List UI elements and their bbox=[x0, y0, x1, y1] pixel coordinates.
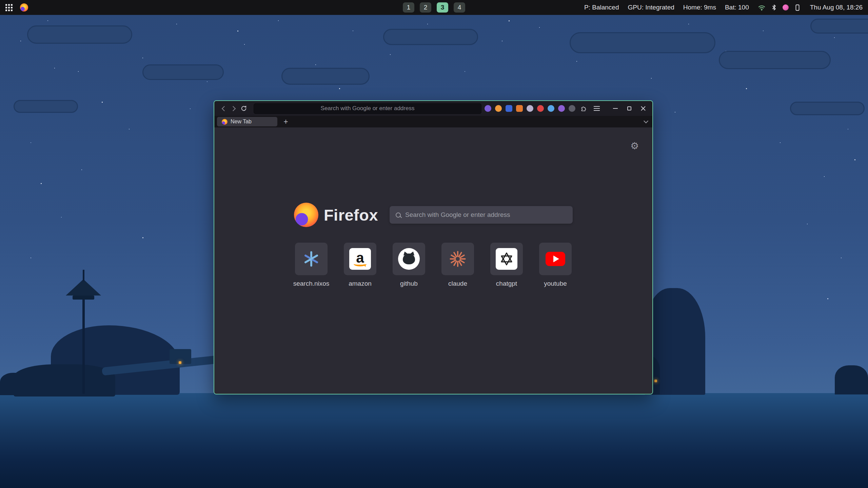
extension-icon-2[interactable] bbox=[495, 105, 502, 112]
extensions-puzzle-icon[interactable] bbox=[579, 104, 588, 113]
shortcut-youtube[interactable]: youtube bbox=[539, 243, 572, 287]
firefox-logo bbox=[294, 203, 318, 227]
extension-icon-9[interactable] bbox=[569, 105, 575, 112]
shortcut-tiles: search.nixos amazon github bbox=[295, 243, 572, 287]
browser-toolbar bbox=[214, 101, 652, 116]
workspace-switcher: 1 2 3 4 bbox=[403, 0, 465, 15]
workspace-2[interactable]: 2 bbox=[420, 2, 431, 13]
github-icon bbox=[398, 248, 420, 270]
extension-icon-5[interactable] bbox=[527, 105, 533, 112]
extension-icon-6[interactable] bbox=[537, 105, 544, 112]
extension-icon-1[interactable] bbox=[485, 105, 491, 112]
shortcut-claude[interactable]: claude bbox=[441, 243, 474, 287]
youtube-icon bbox=[546, 252, 565, 266]
firefox-favicon bbox=[222, 119, 228, 125]
maximize-button[interactable] bbox=[624, 104, 634, 113]
watchtower bbox=[82, 298, 85, 394]
shortcut-github[interactable]: github bbox=[393, 243, 425, 287]
tab-new-tab[interactable]: New Tab bbox=[217, 117, 277, 126]
device-icon bbox=[794, 4, 801, 12]
wifi-icon bbox=[758, 4, 766, 12]
status-ping: Home: 9ms bbox=[683, 4, 716, 11]
shortcut-amazon[interactable]: amazon bbox=[344, 243, 376, 287]
tab-list-chevron-icon[interactable] bbox=[644, 119, 648, 123]
bluetooth-icon bbox=[771, 4, 777, 11]
extension-icon-4[interactable] bbox=[516, 105, 523, 112]
clock: Thu Aug 08, 18:26 bbox=[810, 4, 863, 11]
reload-icon bbox=[240, 105, 247, 112]
firefox-window: New Tab Firefox bbox=[214, 100, 653, 394]
claude-icon bbox=[449, 250, 467, 268]
ocean bbox=[0, 393, 868, 488]
reload-button[interactable] bbox=[239, 103, 249, 114]
close-button[interactable] bbox=[638, 104, 648, 113]
newtab-search-input[interactable] bbox=[405, 211, 567, 219]
status-power-profile: P: Balanced bbox=[584, 4, 619, 11]
newtab-search[interactable] bbox=[390, 206, 573, 224]
tab-title: New Tab bbox=[231, 119, 252, 125]
extension-icon-8[interactable] bbox=[558, 105, 565, 112]
extension-icon-7[interactable] bbox=[548, 105, 554, 112]
chatgpt-icon bbox=[496, 248, 517, 270]
top-bar: 1 2 3 4 P: Balanced GPU: Integrated Home… bbox=[0, 0, 868, 15]
workspace-3[interactable]: 3 bbox=[437, 2, 448, 13]
extension-icon-3[interactable] bbox=[506, 105, 512, 112]
firefox-wordmark: Firefox bbox=[324, 206, 378, 224]
extension-row bbox=[485, 104, 648, 113]
forward-button[interactable] bbox=[229, 103, 239, 114]
settings-gear-icon[interactable] bbox=[630, 140, 639, 151]
tab-bar: New Tab bbox=[214, 116, 652, 127]
app-launcher-icon[interactable] bbox=[5, 4, 13, 11]
url-bar[interactable] bbox=[254, 103, 481, 114]
nixos-snowflake-icon bbox=[303, 250, 320, 267]
shortcut-chatgpt[interactable]: chatgpt bbox=[490, 243, 523, 287]
new-tab-page: Firefox search.nixos bbox=[214, 127, 652, 394]
workspace-1[interactable]: 1 bbox=[403, 2, 414, 13]
search-icon bbox=[396, 212, 401, 218]
newtab-hero: Firefox bbox=[294, 203, 573, 227]
shortcut-search-nixos[interactable]: search.nixos bbox=[295, 243, 328, 287]
color-profile-icon bbox=[783, 4, 789, 11]
menu-icon[interactable] bbox=[592, 104, 602, 113]
status-battery: Bat: 100 bbox=[725, 4, 749, 11]
new-tab-button[interactable] bbox=[281, 117, 291, 126]
workspace-4[interactable]: 4 bbox=[454, 2, 465, 13]
firefox-icon[interactable] bbox=[20, 3, 28, 12]
minimize-button[interactable] bbox=[610, 104, 620, 113]
amazon-icon bbox=[349, 248, 371, 270]
back-button[interactable] bbox=[218, 103, 229, 114]
status-gpu: GPU: Integrated bbox=[628, 4, 674, 11]
